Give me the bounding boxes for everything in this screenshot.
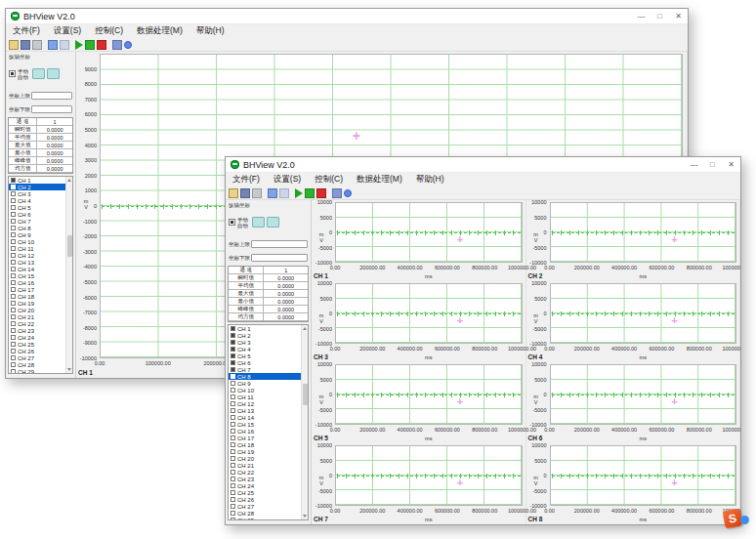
channel-item[interactable]: CH 9 — [229, 380, 308, 387]
scroll-thumb[interactable] — [67, 235, 72, 257]
channel-item[interactable]: CH 25 — [9, 341, 72, 348]
channel-checkbox[interactable] — [11, 260, 16, 265]
channel-checkbox[interactable] — [11, 328, 16, 333]
channel-checkbox[interactable] — [231, 388, 235, 393]
channel-item[interactable]: CH 12 — [229, 400, 308, 407]
channel-checkbox[interactable] — [231, 326, 235, 331]
channel-item[interactable]: CH 8 — [229, 373, 308, 380]
channel-checkbox[interactable] — [11, 342, 16, 347]
maximize-button[interactable]: □ — [651, 9, 669, 23]
channel-item[interactable]: CH 27 — [9, 354, 72, 361]
layout-icon[interactable] — [268, 188, 277, 198]
channel-item[interactable]: CH 5 — [9, 204, 72, 211]
chart-plot[interactable]: + — [335, 202, 523, 263]
channel-item[interactable]: CH 7 — [229, 366, 308, 373]
channel-checkbox[interactable] — [11, 239, 16, 244]
channel-checkbox[interactable] — [231, 422, 235, 427]
channel-checkbox[interactable] — [11, 219, 16, 224]
axis-zoom-in-button[interactable] — [32, 68, 45, 79]
menu-item-3[interactable]: 数据处理(M) — [130, 25, 189, 37]
channel-item[interactable]: CH 9 — [9, 231, 72, 238]
minimize-button[interactable]: — — [632, 9, 651, 23]
channel-checkbox[interactable] — [11, 362, 16, 367]
channel-item[interactable]: CH 29 — [9, 368, 72, 374]
channel-checkbox[interactable] — [11, 246, 16, 251]
axis-zoom-out-button[interactable] — [267, 217, 279, 228]
axis-zoom-out-button[interactable] — [47, 68, 60, 79]
axis-zoom-in-button[interactable] — [252, 217, 265, 228]
channel-checkbox[interactable] — [231, 490, 235, 495]
channel-item[interactable]: CH 11 — [229, 394, 308, 400]
connect-icon[interactable] — [124, 41, 132, 49]
channel-checkbox[interactable] — [231, 456, 235, 461]
channel-checkbox[interactable] — [231, 518, 235, 520]
channel-item[interactable]: CH 17 — [229, 435, 308, 441]
pause-icon[interactable] — [60, 40, 69, 50]
channel-item[interactable]: CH 27 — [229, 503, 308, 510]
channel-checkbox[interactable] — [11, 349, 16, 353]
channel-checkbox[interactable] — [11, 198, 16, 203]
minimize-button[interactable]: — — [685, 157, 703, 172]
channel-item[interactable]: CH 23 — [9, 327, 72, 334]
scroll-thumb[interactable] — [303, 384, 308, 405]
chart-plot[interactable]: + — [335, 364, 523, 425]
channel-checkbox[interactable] — [231, 353, 235, 358]
channel-item[interactable]: CH 3 — [229, 339, 308, 346]
print-icon[interactable] — [32, 40, 42, 50]
menu-item-3[interactable]: 数据处理(M) — [350, 174, 409, 186]
channel-checkbox[interactable] — [11, 294, 16, 299]
channel-checkbox[interactable] — [231, 477, 235, 481]
channel-checkbox[interactable] — [11, 253, 16, 258]
channel-item[interactable]: CH 13 — [9, 259, 72, 266]
channel-item[interactable]: CH 5 — [229, 352, 308, 359]
channel-checkbox[interactable] — [11, 178, 16, 183]
channel-checkbox[interactable] — [11, 369, 16, 374]
channel-checkbox[interactable] — [11, 308, 16, 312]
channel-item[interactable]: CH 24 — [9, 334, 72, 341]
channel-item[interactable]: CH 1 — [9, 177, 72, 184]
channel-item[interactable]: CH 19 — [229, 448, 308, 455]
upper-limit-input[interactable] — [251, 240, 308, 248]
channel-checkbox[interactable] — [11, 280, 16, 285]
chart-plot[interactable]: + — [550, 445, 737, 506]
channel-checkbox[interactable] — [11, 205, 16, 210]
chart-plot[interactable]: + — [550, 364, 737, 425]
channel-checkbox[interactable] — [231, 401, 235, 406]
chart-plot[interactable]: + — [335, 283, 523, 344]
channel-checkbox[interactable] — [11, 267, 16, 271]
layout-icon[interactable] — [48, 40, 58, 50]
channel-checkbox[interactable] — [231, 374, 235, 379]
open-icon[interactable] — [229, 188, 238, 198]
channel-checkbox[interactable] — [231, 449, 235, 454]
channel-item[interactable]: CH 24 — [229, 482, 308, 489]
channel-item[interactable]: CH 28 — [229, 510, 308, 517]
channel-item[interactable]: CH 14 — [229, 414, 308, 421]
channel-checkbox[interactable] — [11, 335, 16, 340]
channel-checkbox[interactable] — [231, 511, 235, 516]
channel-checkbox[interactable] — [231, 470, 235, 475]
run-icon[interactable] — [85, 40, 95, 50]
channel-checkbox[interactable] — [231, 435, 235, 440]
channel-item[interactable]: CH 6 — [229, 359, 308, 366]
record-icon[interactable] — [97, 40, 106, 50]
menu-item-0[interactable]: 文件(F) — [226, 174, 267, 186]
scroll-up-icon[interactable] — [67, 179, 71, 182]
record-icon[interactable] — [316, 188, 326, 198]
print-icon[interactable] — [252, 188, 262, 198]
channel-checkbox[interactable] — [11, 301, 16, 306]
channel-item[interactable]: CH 17 — [9, 286, 72, 293]
menu-item-1[interactable]: 设置(S) — [267, 174, 308, 186]
channel-item[interactable]: CH 23 — [229, 476, 308, 482]
channel-item[interactable]: CH 18 — [9, 293, 72, 300]
channel-checkbox[interactable] — [231, 415, 235, 420]
channel-checkbox[interactable] — [231, 381, 235, 386]
channel-item[interactable]: CH 7 — [9, 218, 72, 225]
channel-checkbox[interactable] — [11, 287, 16, 292]
lower-limit-input[interactable] — [251, 254, 308, 262]
channel-list-scrollbar[interactable] — [65, 177, 72, 373]
channel-checkbox[interactable] — [11, 273, 16, 278]
channel-checkbox[interactable] — [231, 333, 235, 338]
channel-item[interactable]: CH 16 — [9, 279, 72, 286]
channel-checkbox[interactable] — [231, 340, 235, 345]
channel-checkbox[interactable] — [11, 232, 16, 237]
